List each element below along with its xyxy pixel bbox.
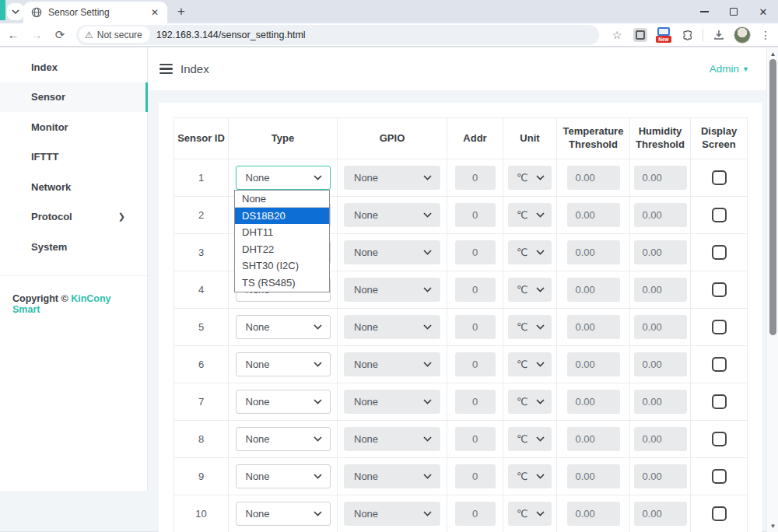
sidebar-item-protocol[interactable]: Protocol❯ bbox=[0, 202, 147, 233]
minimize-button[interactable] bbox=[689, 0, 719, 23]
bookmark-star-button[interactable]: ☆ bbox=[608, 26, 626, 44]
unit-select[interactable]: ℃ bbox=[508, 502, 552, 526]
browser-menu-button[interactable]: ⋮ bbox=[756, 26, 775, 44]
unit-select[interactable]: ℃ bbox=[508, 166, 552, 190]
dropdown-option[interactable]: DHT11 bbox=[235, 224, 329, 241]
tab-close-icon[interactable]: ✕ bbox=[149, 6, 161, 19]
unit-select[interactable]: ℃ bbox=[508, 240, 552, 264]
display-screen-checkbox[interactable] bbox=[712, 394, 727, 409]
gpio-select[interactable]: None bbox=[344, 464, 440, 488]
dropdown-option[interactable]: DS18B20 bbox=[235, 208, 329, 225]
display-screen-checkbox[interactable] bbox=[712, 320, 727, 334]
humidity-threshold-input[interactable]: 0.00 bbox=[634, 315, 687, 339]
temperature-threshold-input[interactable]: 0.00 bbox=[567, 166, 620, 190]
gpio-select[interactable]: None bbox=[344, 315, 440, 339]
scroll-down-arrow[interactable]: ▼ bbox=[767, 521, 778, 530]
admin-menu[interactable]: Admin ▼ bbox=[710, 63, 749, 75]
temperature-threshold-input[interactable]: 0.00 bbox=[567, 390, 620, 414]
type-select[interactable]: None bbox=[236, 464, 331, 488]
type-select[interactable]: None bbox=[236, 166, 331, 190]
tab-list-button[interactable] bbox=[7, 3, 24, 20]
display-screen-checkbox[interactable] bbox=[712, 432, 727, 446]
humidity-threshold-input[interactable]: 0.00 bbox=[634, 464, 687, 488]
type-select[interactable]: None bbox=[236, 427, 331, 451]
new-tab-button[interactable]: + bbox=[173, 3, 190, 20]
address-bar[interactable]: ⚠ Not secure 192.168.3.144/sensor_settin… bbox=[76, 25, 599, 45]
display-screen-checkbox[interactable] bbox=[712, 170, 727, 185]
temperature-threshold-input[interactable]: 0.00 bbox=[567, 240, 620, 264]
addr-input[interactable]: 0 bbox=[455, 166, 496, 190]
unit-select[interactable]: ℃ bbox=[508, 315, 552, 339]
extensions-menu-button[interactable] bbox=[678, 26, 696, 44]
temperature-threshold-input[interactable]: 0.00 bbox=[567, 203, 620, 227]
temperature-threshold-input[interactable]: 0.00 bbox=[567, 352, 620, 376]
reload-button[interactable]: ⟳ bbox=[50, 25, 70, 45]
sidebar-item-sensor[interactable]: Sensor bbox=[0, 82, 147, 113]
gpio-select[interactable]: None bbox=[344, 427, 440, 451]
gpio-select[interactable]: None bbox=[344, 166, 440, 190]
humidity-threshold-input[interactable]: 0.00 bbox=[634, 427, 687, 451]
type-select[interactable]: None bbox=[236, 315, 331, 339]
display-screen-checkbox[interactable] bbox=[712, 357, 727, 372]
dropdown-option[interactable]: SHT30 (I2C) bbox=[235, 257, 329, 275]
addr-input[interactable]: 0 bbox=[455, 278, 496, 302]
unit-select[interactable]: ℃ bbox=[508, 203, 552, 227]
addr-input[interactable]: 0 bbox=[455, 203, 496, 227]
sidebar-item-network[interactable]: Network bbox=[0, 172, 147, 202]
addr-input[interactable]: 0 bbox=[455, 315, 496, 339]
scrollbar-thumb[interactable] bbox=[769, 59, 776, 335]
display-screen-checkbox[interactable] bbox=[712, 469, 727, 484]
addr-input[interactable]: 0 bbox=[455, 464, 496, 488]
addr-input[interactable]: 0 bbox=[455, 427, 496, 451]
addr-input[interactable]: 0 bbox=[455, 390, 496, 414]
unit-select[interactable]: ℃ bbox=[508, 278, 552, 302]
addr-input[interactable]: 0 bbox=[455, 240, 496, 264]
gpio-select[interactable]: None bbox=[344, 502, 440, 526]
sidebar-item-ifttt[interactable]: IFTTT bbox=[0, 142, 147, 173]
temperature-threshold-input[interactable]: 0.00 bbox=[567, 278, 620, 302]
sidebar-item-system[interactable]: System bbox=[0, 232, 147, 262]
humidity-threshold-input[interactable]: 0.00 bbox=[634, 352, 687, 376]
display-screen-checkbox[interactable] bbox=[712, 506, 727, 521]
maximize-button[interactable] bbox=[719, 0, 748, 23]
unit-select[interactable]: ℃ bbox=[508, 390, 552, 414]
addr-input[interactable]: 0 bbox=[455, 352, 496, 376]
sidebar-item-monitor[interactable]: Monitor bbox=[0, 112, 147, 142]
extension-button[interactable] bbox=[631, 26, 650, 44]
humidity-threshold-input[interactable]: 0.00 bbox=[634, 278, 687, 302]
addr-input[interactable]: 0 bbox=[455, 502, 496, 526]
dropdown-option[interactable]: DHT22 bbox=[235, 241, 329, 258]
display-screen-checkbox[interactable] bbox=[712, 208, 727, 222]
hamburger-menu-icon[interactable] bbox=[159, 64, 173, 74]
profile-button[interactable] bbox=[733, 26, 752, 44]
pip-extension-button[interactable]: New bbox=[654, 26, 673, 44]
type-select[interactable]: None bbox=[236, 502, 331, 526]
sidebar-item-index[interactable]: Index bbox=[0, 52, 147, 82]
dropdown-option[interactable]: TS (RS485) bbox=[235, 275, 329, 292]
temperature-threshold-input[interactable]: 0.00 bbox=[567, 427, 620, 451]
display-screen-checkbox[interactable] bbox=[712, 245, 727, 260]
dropdown-option[interactable]: None bbox=[235, 191, 329, 208]
forward-button[interactable]: → bbox=[26, 25, 47, 45]
gpio-select[interactable]: None bbox=[344, 390, 440, 414]
gpio-select[interactable]: None bbox=[344, 203, 440, 227]
unit-select[interactable]: ℃ bbox=[508, 464, 552, 488]
type-select[interactable]: None bbox=[236, 352, 331, 376]
back-button[interactable]: ← bbox=[3, 25, 23, 45]
gpio-select[interactable]: None bbox=[344, 352, 440, 376]
type-select[interactable]: None bbox=[236, 390, 331, 414]
downloads-button[interactable] bbox=[710, 26, 728, 44]
gpio-select[interactable]: None bbox=[344, 240, 440, 264]
temperature-threshold-input[interactable]: 0.00 bbox=[567, 464, 620, 488]
humidity-threshold-input[interactable]: 0.00 bbox=[634, 166, 687, 190]
close-button[interactable]: ✕ bbox=[748, 0, 778, 23]
page-scrollbar[interactable]: ▲ ▼ bbox=[766, 47, 778, 532]
display-screen-checkbox[interactable] bbox=[712, 282, 727, 297]
browser-tab[interactable]: Sensor Setting ✕ bbox=[23, 2, 167, 23]
temperature-threshold-input[interactable]: 0.00 bbox=[567, 315, 620, 339]
gpio-select[interactable]: None bbox=[344, 278, 440, 302]
scroll-up-arrow[interactable]: ▲ bbox=[767, 49, 778, 58]
humidity-threshold-input[interactable]: 0.00 bbox=[634, 502, 687, 526]
unit-select[interactable]: ℃ bbox=[508, 427, 552, 451]
humidity-threshold-input[interactable]: 0.00 bbox=[634, 390, 687, 414]
